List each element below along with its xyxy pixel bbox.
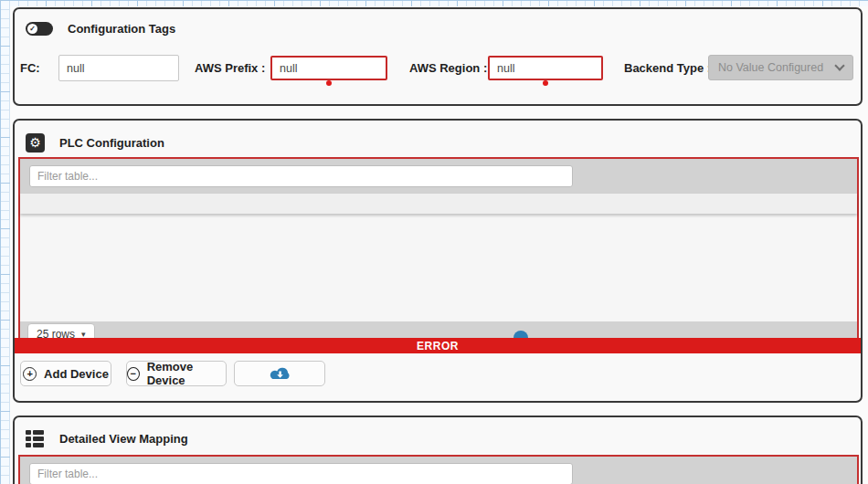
detailed-view-mapping-panel: Detailed View Mapping (13, 416, 863, 484)
panel-title: Configuration Tags (68, 22, 175, 36)
aws-prefix-input[interactable] (270, 56, 387, 80)
plc-configuration-header: ⚙ PLC Configuration (26, 133, 164, 153)
add-device-button[interactable]: + Add Device (20, 361, 111, 386)
filter-table-input[interactable] (29, 165, 573, 187)
error-text: ERROR (417, 340, 459, 352)
table-filter-bar (20, 159, 857, 194)
cloud-download-icon (268, 366, 292, 382)
backend-type-select[interactable]: No Value Configured (708, 55, 853, 80)
backend-type-label: Backend Type : (624, 55, 711, 81)
add-device-label: Add Device (44, 367, 109, 381)
circle-plus-icon: + (23, 367, 37, 381)
backend-type-value: No Value Configured (718, 61, 823, 74)
chevron-down-icon (834, 60, 844, 70)
fc-input[interactable] (58, 55, 179, 81)
invalid-dot (326, 80, 332, 86)
detailed-view-mapping-header: Detailed View Mapping (26, 430, 188, 447)
remove-device-label: Remove Device (147, 360, 226, 387)
fc-label: FC: (20, 55, 40, 81)
plc-device-table: 25 rows ▾ (18, 157, 859, 339)
table-body-empty (20, 214, 857, 321)
invalid-dot (543, 80, 548, 86)
panel-title: PLC Configuration (59, 136, 164, 150)
upload-devices-button[interactable] (234, 361, 325, 386)
aws-region-label: AWS Region : (409, 55, 487, 81)
table-header-row (20, 194, 857, 214)
gear-icon: ⚙ (26, 133, 45, 153)
page-canvas: ✓ Configuration Tags FC: AWS Prefix : AW… (10, 6, 868, 484)
panel-title: Detailed View Mapping (59, 432, 188, 446)
error-banner: ERROR (15, 338, 861, 353)
configuration-tags-panel: ✓ Configuration Tags FC: AWS Prefix : AW… (13, 7, 863, 106)
table-list-icon (26, 430, 45, 447)
circle-minus-icon: − (127, 367, 140, 381)
detailed-view-table (18, 455, 859, 484)
toggle-check-icon: ✓ (26, 22, 53, 36)
aws-region-input[interactable] (488, 56, 603, 80)
aws-prefix-label: AWS Prefix : (195, 55, 265, 81)
table-filter-bar (20, 457, 857, 484)
filter-table-input[interactable] (29, 463, 573, 484)
remove-device-button[interactable]: − Remove Device (126, 361, 227, 386)
configuration-tags-header: ✓ Configuration Tags (26, 22, 175, 36)
plc-configuration-panel: ⚙ PLC Configuration 25 rows ▾ ERROR + Ad… (13, 119, 863, 403)
